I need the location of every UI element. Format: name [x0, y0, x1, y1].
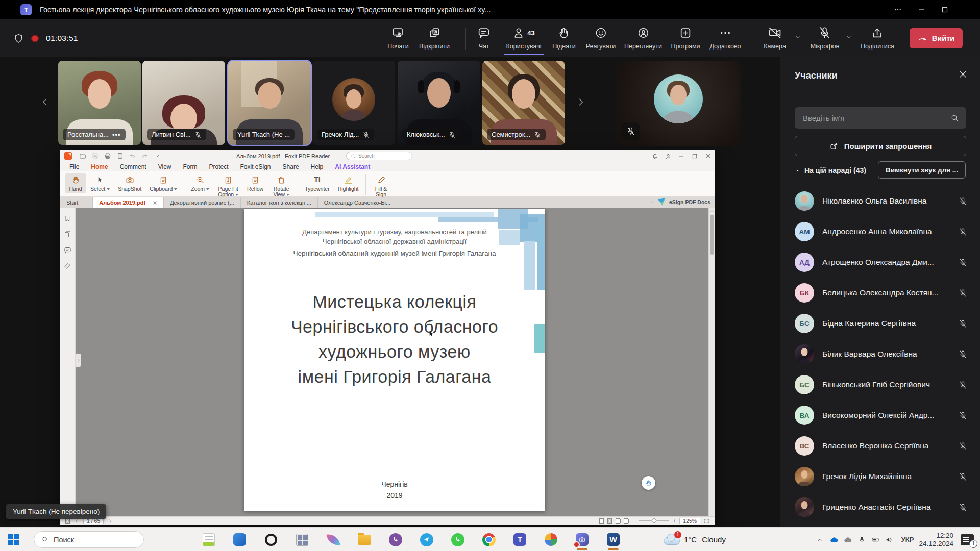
participant-row[interactable]: БК Белицька Олександра Костян...: [780, 278, 980, 308]
account-icon[interactable]: [662, 150, 675, 162]
taskbar-app-blue[interactable]: [233, 533, 247, 546]
redo-icon[interactable]: [141, 153, 148, 159]
taskbar-word[interactable]: [606, 533, 620, 546]
mic-off-icon[interactable]: [959, 381, 967, 389]
mic-off-icon[interactable]: [959, 289, 967, 297]
panel-toggle-icon[interactable]: [65, 518, 70, 524]
participant-row[interactable]: АМ Андросенко Анна Миколаївна: [780, 216, 980, 247]
search-input[interactable]: [802, 113, 950, 123]
tool-hand[interactable]: Hand: [65, 173, 86, 193]
taskbar-app-feather[interactable]: [326, 533, 340, 546]
video-tile[interactable]: Росстальна...•••: [58, 61, 141, 145]
notification-center-icon[interactable]: 1: [961, 534, 974, 545]
taskbar-chrome[interactable]: [482, 533, 496, 546]
taskbar-teams-meeting[interactable]: [575, 533, 589, 546]
pages-icon[interactable]: [64, 231, 71, 238]
vertical-scrollbar[interactable]: [708, 208, 715, 516]
tool-typewriter[interactable]: TITypewriter: [301, 173, 333, 193]
panel-close-button[interactable]: [958, 69, 968, 79]
fullscreen-icon[interactable]: [704, 518, 709, 524]
unpin-button[interactable]: Відкріпити: [419, 26, 450, 50]
tool-page-fit[interactable]: Page Fit Option: [214, 173, 242, 199]
tab-catalog[interactable]: Каталог ікон з колекції ...: [241, 197, 318, 208]
leave-button[interactable]: Вийти: [910, 28, 963, 48]
participant-row[interactable]: БС Бідна Катерина Сергіївна: [780, 308, 980, 339]
menu-help[interactable]: Help: [310, 162, 325, 171]
clock[interactable]: 12:20 24.12.2024: [919, 532, 953, 548]
window-more-button[interactable]: [886, 0, 910, 19]
mic-off-icon[interactable]: [959, 350, 967, 359]
participant-row[interactable]: БС Біньковський Гліб Сергійович: [780, 369, 980, 400]
mic-off-icon[interactable]: [959, 197, 967, 206]
taskbar-weather[interactable]: 1 1°C Cloudy: [664, 528, 726, 551]
taskbar-search[interactable]: Поиск: [34, 531, 144, 548]
taskbar-file-explorer[interactable]: [357, 533, 371, 546]
menu-share[interactable]: Share: [282, 162, 300, 171]
doc-print-icon[interactable]: [117, 153, 124, 159]
tray-expand-icon[interactable]: [814, 536, 827, 543]
sidebar-expander[interactable]: [76, 354, 81, 367]
mic-off-icon[interactable]: [959, 442, 967, 450]
zoom-slider-knob[interactable]: [652, 518, 656, 523]
quickbar-chevron-icon[interactable]: [154, 153, 160, 159]
zoom-out-button[interactable]: −: [632, 518, 635, 524]
taskbar-app-pinwheel[interactable]: [544, 533, 558, 546]
menu-ai-assistant[interactable]: AI Assistant: [334, 162, 371, 171]
menu-view[interactable]: View: [157, 162, 173, 171]
mic-off-icon[interactable]: [959, 258, 967, 267]
tool-reflow[interactable]: Reflow: [243, 173, 267, 193]
scrollbar-thumb[interactable]: [710, 215, 714, 255]
video-tile-selected[interactable]: Yurii Tkach (Не ...: [228, 61, 311, 145]
in-meeting-section[interactable]: На цій нараді (43): [795, 166, 866, 174]
foxit-minimize-button[interactable]: [675, 150, 688, 162]
chat-button[interactable]: Чат: [478, 26, 491, 50]
participants-button[interactable]: 43 Користувачі: [506, 26, 541, 50]
battery-icon[interactable]: [869, 535, 883, 544]
zoom-in-button[interactable]: +: [673, 518, 676, 524]
tool-snapshot[interactable]: SnapShot: [114, 173, 145, 193]
taskbar-app-window[interactable]: [295, 533, 309, 546]
video-tile[interactable]: Гречок Лід...: [312, 61, 395, 145]
taskbar-telegram[interactable]: [420, 533, 433, 546]
speaker-icon[interactable]: [883, 536, 896, 544]
tool-clipboard[interactable]: Clipboard: [146, 173, 181, 193]
tab-decorative[interactable]: Декоративний розпис (...: [164, 197, 241, 208]
mic-off-icon[interactable]: [959, 472, 967, 481]
strip-prev-button[interactable]: [40, 97, 50, 107]
tool-zoom[interactable]: Zoom: [187, 173, 213, 193]
tray-mic-icon[interactable]: [855, 536, 869, 543]
view-button[interactable]: Переглянути: [624, 26, 662, 50]
taskbar-app-opera[interactable]: [264, 533, 278, 546]
share-button[interactable]: Поділитися: [861, 26, 894, 50]
tab-start[interactable]: Start: [60, 197, 93, 208]
participant-row[interactable]: Гречок Лідія Михайлівна: [780, 461, 980, 492]
tab-close-icon[interactable]: [153, 201, 157, 205]
start-button[interactable]: [8, 534, 19, 545]
menu-home[interactable]: Home: [90, 162, 109, 171]
participant-row[interactable]: Ніколаєнко Ольга Василівна: [780, 186, 980, 216]
facing-continuous-icon[interactable]: [624, 518, 628, 524]
save-icon[interactable]: [92, 153, 99, 159]
participant-row[interactable]: ВА Високоморний Олексій Андр...: [780, 400, 980, 431]
raise-hand-button[interactable]: Підняти: [552, 26, 575, 50]
mic-button[interactable]: Мікрофон: [811, 26, 840, 50]
cloud-icon[interactable]: [841, 535, 855, 544]
spotlight-tile[interactable]: [616, 61, 741, 146]
continuous-page-icon[interactable]: [607, 518, 612, 524]
video-tile[interactable]: Семистрок...: [482, 61, 565, 145]
taskbar-whatsapp[interactable]: [451, 533, 464, 546]
more-button[interactable]: Додатково: [710, 26, 741, 50]
strip-next-button[interactable]: [576, 97, 586, 107]
mute-all-button[interactable]: Вимкнути звук для ...: [878, 161, 966, 179]
window-minimize-button[interactable]: [910, 0, 933, 19]
foxit-titlebar[interactable]: Альбом 2019.pdf - Foxit PDF Reader Searc…: [60, 150, 715, 162]
participant-row[interactable]: АД Атрощенко Олександра Дми...: [780, 247, 980, 278]
camera-button[interactable]: Камера: [764, 26, 786, 50]
participant-row[interactable]: ВС Власенко Вероніка Сергіївна: [780, 431, 980, 461]
foxit-restore-button[interactable]: [688, 150, 701, 162]
prev-page-icon[interactable]: [74, 518, 79, 523]
tool-fill-sign[interactable]: Fill & Sign: [369, 173, 394, 199]
print-icon[interactable]: [104, 153, 111, 160]
share-invite-button[interactable]: Поширити запрошення: [795, 136, 966, 156]
participant-row[interactable]: Білик Варвара ОлексіЇвна: [780, 339, 980, 369]
